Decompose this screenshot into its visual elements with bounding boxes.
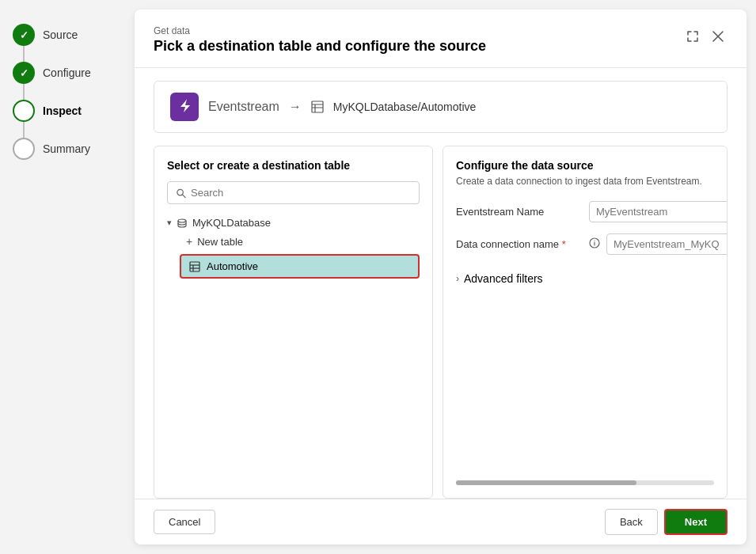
eventstream-name-row: Eventstream Name xyxy=(456,201,714,222)
close-icon xyxy=(712,30,724,43)
selected-table-row[interactable]: Automotive xyxy=(180,254,420,279)
advanced-filters-label: Advanced filters xyxy=(464,272,543,285)
advanced-filters-chevron-icon: › xyxy=(456,273,459,284)
scroll-bar xyxy=(456,480,714,485)
scroll-thumb xyxy=(456,480,636,485)
cancel-button[interactable]: Cancel xyxy=(154,510,215,534)
database-icon xyxy=(177,218,188,229)
info-icon[interactable] xyxy=(589,237,600,251)
dialog-subtitle: Get data xyxy=(154,25,486,36)
back-button[interactable]: Back xyxy=(605,509,658,535)
data-connection-input[interactable] xyxy=(606,233,728,255)
footer: Cancel Back Next xyxy=(135,499,747,545)
config-title: Configure the data source xyxy=(456,159,714,172)
right-panel: Configure the data source Create a data … xyxy=(443,146,728,499)
expand-button[interactable] xyxy=(683,28,702,44)
main-dialog: Get data Pick a destination table and co… xyxy=(135,9,747,545)
dialog-title: Pick a destination table and configure t… xyxy=(154,38,486,55)
next-button[interactable]: Next xyxy=(664,509,728,535)
svg-point-13 xyxy=(594,240,595,241)
dialog-title-area: Get data Pick a destination table and co… xyxy=(154,25,486,55)
sidebar-item-configure[interactable]: Configure xyxy=(13,54,122,92)
advanced-filters-row[interactable]: › Advanced filters xyxy=(456,266,714,291)
tree-area: ▾ MyKQLDatabase + New table xyxy=(167,214,420,485)
close-button[interactable] xyxy=(709,28,728,44)
selected-table-label: Automotive xyxy=(207,260,258,272)
footer-left: Cancel xyxy=(154,510,215,534)
sidebar-label-source: Source xyxy=(43,28,78,41)
tree-database-label: MyKQLDatabase xyxy=(192,217,271,229)
left-panel: Select or create a destination table ▾ xyxy=(154,146,433,499)
step-circle-inspect xyxy=(13,100,35,122)
footer-right: Back Next xyxy=(605,509,728,535)
dialog-header: Get data Pick a destination table and co… xyxy=(135,9,747,68)
search-input[interactable] xyxy=(191,187,411,199)
sidebar-item-inspect[interactable]: Inspect xyxy=(13,92,122,130)
eventstream-name-input[interactable] xyxy=(589,201,728,222)
source-arrow: → xyxy=(289,100,302,114)
data-connection-label: Data connection name * xyxy=(456,238,583,250)
search-box[interactable] xyxy=(167,181,420,204)
data-connection-row: Data connection name * xyxy=(456,233,714,255)
plus-icon: + xyxy=(186,235,192,248)
table-icon-banner xyxy=(311,101,324,113)
sidebar-label-inspect: Inspect xyxy=(43,104,82,117)
tree-children: + New table Automotive xyxy=(180,232,420,279)
svg-rect-7 xyxy=(190,262,199,271)
tree-database-row[interactable]: ▾ MyKQLDatabase xyxy=(167,214,420,232)
dialog-header-actions xyxy=(683,28,728,44)
svg-line-5 xyxy=(182,194,185,197)
required-marker: * xyxy=(562,238,566,250)
sidebar: Source Configure Inspect Summary xyxy=(0,0,135,554)
sidebar-item-source[interactable]: Source xyxy=(13,16,122,54)
table-icon xyxy=(189,261,200,272)
expand-icon xyxy=(686,30,699,43)
step-circle-summary xyxy=(13,138,35,160)
destination-path: MyKQLDatabase/Automotive xyxy=(333,101,477,113)
step-circle-configure xyxy=(13,62,35,84)
source-name: Eventstream xyxy=(208,100,279,114)
eventstream-icon xyxy=(170,93,199,121)
source-banner: Eventstream → MyKQLDatabase/Automotive xyxy=(154,81,728,133)
eventstream-name-label: Eventstream Name xyxy=(456,206,583,218)
left-panel-title: Select or create a destination table xyxy=(167,159,420,172)
new-table-label: New table xyxy=(197,236,243,248)
sidebar-label-configure: Configure xyxy=(43,66,91,79)
tree-chevron-icon: ▾ xyxy=(167,218,172,228)
sidebar-label-summary: Summary xyxy=(43,142,90,155)
search-icon xyxy=(176,188,186,199)
svg-point-6 xyxy=(178,219,186,222)
config-subtitle: Create a data connection to ingest data … xyxy=(456,175,714,188)
new-table-row[interactable]: + New table xyxy=(180,232,420,251)
svg-rect-0 xyxy=(312,101,323,112)
step-circle-source xyxy=(13,24,35,46)
panels: Select or create a destination table ▾ xyxy=(135,146,747,499)
eventstream-svg xyxy=(177,99,192,115)
sidebar-item-summary[interactable]: Summary xyxy=(13,130,122,168)
